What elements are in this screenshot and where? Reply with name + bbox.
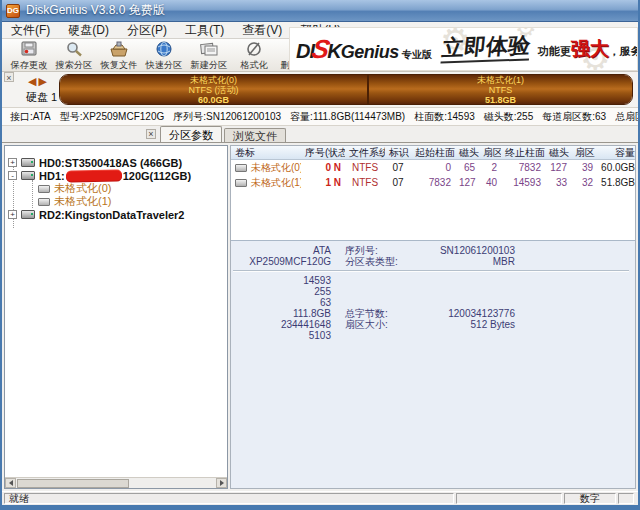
cell-start-sector: 2 bbox=[479, 160, 501, 175]
recover-files-icon bbox=[109, 40, 129, 58]
detail-row-sectors-per-track: 63 bbox=[231, 297, 635, 308]
partition-segment-1[interactable]: 未格式化(1) NTFS 51.8GB bbox=[367, 75, 632, 104]
menu-item-tools[interactable]: 工具(T) bbox=[176, 21, 233, 40]
col-end-head[interactable]: 磁头 bbox=[545, 146, 571, 159]
cell-end-head: 33 bbox=[545, 175, 571, 190]
partition-size: 51.8GB bbox=[485, 95, 516, 105]
detail-row-model: XP2509MCF120G 分区表类型: MBR bbox=[231, 256, 635, 267]
cell-capacity: 51.8GB bbox=[597, 175, 636, 190]
removable-disk-icon bbox=[21, 210, 35, 219]
cell-volume: 未格式化(1) bbox=[251, 175, 301, 190]
detail-value: XP2509MCF120G bbox=[231, 256, 331, 267]
col-tag[interactable]: 标识 bbox=[385, 146, 411, 159]
cell-end-head: 127 bbox=[545, 160, 571, 175]
tree-item-partition-1[interactable]: 未格式化(1) bbox=[5, 195, 227, 208]
detail-row-capacity: 111.8GB 总字节数: 120034123776 bbox=[231, 308, 635, 319]
tree-item-hd0[interactable]: + HD0:ST3500418AS (466GB) bbox=[5, 156, 227, 169]
menu-item-view[interactable]: 查看(V) bbox=[233, 21, 291, 40]
detail-value: ATA bbox=[231, 245, 331, 256]
menu-item-partition[interactable]: 分区(P) bbox=[118, 21, 176, 40]
promo-banner[interactable]: ⚙ ⚙ ⚙ DISKGenius 专业版 立即体验 功能更强大，服务更贴心 bbox=[289, 27, 638, 71]
search-partition-button[interactable]: 搜索分区 bbox=[51, 39, 96, 72]
col-filesystem[interactable]: 文件系统 bbox=[345, 146, 385, 159]
col-start-cylinder[interactable]: 起始柱面 bbox=[411, 146, 455, 159]
new-partition-button[interactable]: 新建分区 bbox=[186, 39, 231, 72]
cell-start-cylinder: 7832 bbox=[411, 175, 455, 190]
window-title: DiskGenius V3.8.0 免费版 bbox=[26, 2, 165, 19]
disk-info-sectors-per-track: 每道扇区数:63 bbox=[542, 110, 606, 124]
close-icon[interactable]: × bbox=[146, 129, 156, 139]
cell-filesystem: NTFS bbox=[345, 175, 385, 190]
quick-partition-button[interactable]: 快速分区 bbox=[141, 39, 186, 72]
tab-browse-files[interactable]: 浏览文件 bbox=[224, 128, 286, 142]
partition-table-row[interactable]: 未格式化(0) 0 N NTFS 07 0 65 2 7832 127 39 6… bbox=[231, 160, 635, 175]
scrollbar-thumb[interactable] bbox=[17, 479, 129, 488]
tab-partition-params[interactable]: 分区参数 bbox=[160, 126, 222, 142]
menu-item-file[interactable]: 文件(F) bbox=[2, 21, 59, 40]
expand-icon[interactable]: + bbox=[8, 158, 17, 167]
partition-segment-0[interactable]: 未格式化(0) NTFS (活动) 60.0GB bbox=[60, 75, 367, 104]
disk-nav-arrows[interactable]: ◀▶ bbox=[28, 75, 49, 88]
main-area: + HD0:ST3500418AS (466GB) - HD1: 120G(11… bbox=[2, 142, 638, 491]
disk-tree-panel: + HD0:ST3500418AS (466GB) - HD1: 120G(11… bbox=[4, 145, 228, 489]
search-icon bbox=[65, 40, 83, 58]
scroll-left-arrow[interactable] bbox=[5, 478, 16, 488]
hard-disk-icon bbox=[21, 158, 35, 167]
redacted-scribble bbox=[66, 170, 122, 181]
expand-icon[interactable]: + bbox=[8, 210, 17, 219]
menu-item-disk[interactable]: 硬盘(D) bbox=[59, 21, 118, 40]
partition-name: 未格式化(1) bbox=[477, 75, 524, 85]
detail-label: 分区表类型: bbox=[345, 255, 429, 269]
numlock-indicator: 数字 bbox=[564, 493, 616, 504]
tree-horizontal-scrollbar[interactable] bbox=[5, 477, 227, 488]
tree-item-hd1[interactable]: - HD1: 120G(112GB) bbox=[5, 169, 227, 182]
cell-tag: 07 bbox=[385, 160, 411, 175]
col-volume-label[interactable]: 卷标 bbox=[231, 146, 301, 159]
cell-end-sector: 32 bbox=[571, 175, 597, 190]
col-end-sector[interactable]: 扇区 bbox=[571, 146, 597, 159]
col-end-cylinder[interactable]: 终止柱面 bbox=[501, 146, 545, 159]
detail-value: 14593 bbox=[231, 275, 331, 286]
partition-icon bbox=[38, 185, 50, 193]
cell-tag: 07 bbox=[385, 175, 411, 190]
partition-icon bbox=[235, 164, 247, 172]
edition-label: 专业版 bbox=[402, 48, 432, 62]
cell-end-cylinder: 7832 bbox=[501, 160, 545, 175]
tree-item-rd2[interactable]: + RD2:KingstonDataTraveler2 bbox=[5, 208, 227, 221]
col-start-sector[interactable]: 扇区 bbox=[479, 146, 501, 159]
disk-map-panel: × ◀▶ 硬盘 1 未格式化(0) NTFS (活动) 60.0GB 未格式化(… bbox=[2, 72, 638, 108]
col-start-head[interactable]: 磁头 bbox=[455, 146, 479, 159]
divider bbox=[233, 270, 629, 272]
detail-value: 512 Bytes bbox=[429, 319, 515, 330]
collapse-icon[interactable]: - bbox=[8, 171, 17, 180]
tree-item-partition-0[interactable]: 未格式化(0) bbox=[5, 182, 227, 195]
title-bar[interactable]: DG DiskGenius V3.8.0 免费版 bbox=[0, 0, 640, 22]
detail-value: MBR bbox=[429, 256, 515, 267]
partition-size: 60.0GB bbox=[198, 95, 229, 105]
save-icon bbox=[20, 40, 38, 58]
recover-files-button[interactable]: 恢复文件 bbox=[96, 39, 141, 72]
try-now-text: 立即体验 bbox=[440, 34, 531, 63]
detail-row-total-sectors: 234441648 扇区大小: 512 Bytes bbox=[231, 319, 635, 330]
partition-icon bbox=[38, 198, 50, 206]
disk-info-line: 接口:ATA 型号:XP2509MCF120G 序列号:SN1206120010… bbox=[2, 108, 638, 126]
tree-item-label: 未格式化(1) bbox=[54, 194, 111, 209]
disk-info-interface: 接口:ATA bbox=[10, 110, 51, 124]
partition-params-panel: 卷标 序号(状态) 文件系统 标识 起始柱面 磁头 扇区 终止柱面 磁头 扇区 … bbox=[230, 145, 636, 489]
format-button[interactable]: 格式化 bbox=[231, 39, 276, 72]
col-capacity[interactable]: 容量 bbox=[597, 146, 636, 159]
save-changes-button[interactable]: 保存更改 bbox=[6, 39, 51, 72]
hard-disk-icon bbox=[21, 171, 35, 180]
cell-filesystem: NTFS bbox=[345, 160, 385, 175]
disk-details-panel: ATA 序列号: SN12061200103 XP2509MCF120G 分区表… bbox=[231, 240, 635, 488]
close-icon[interactable]: × bbox=[4, 72, 14, 82]
detail-row-heads: 255 bbox=[231, 286, 635, 297]
partition-table-row[interactable]: 未格式化(1) 1 N NTFS 07 7832 127 40 14593 33… bbox=[231, 175, 635, 190]
detail-value: 120034123776 bbox=[429, 308, 515, 319]
partition-name: 未格式化(0) bbox=[190, 75, 237, 85]
col-index-status[interactable]: 序号(状态) bbox=[301, 146, 345, 159]
status-pane bbox=[618, 493, 634, 504]
scroll-right-arrow[interactable] bbox=[216, 478, 227, 488]
cell-start-head: 65 bbox=[455, 160, 479, 175]
cell-start-sector: 40 bbox=[479, 175, 501, 190]
